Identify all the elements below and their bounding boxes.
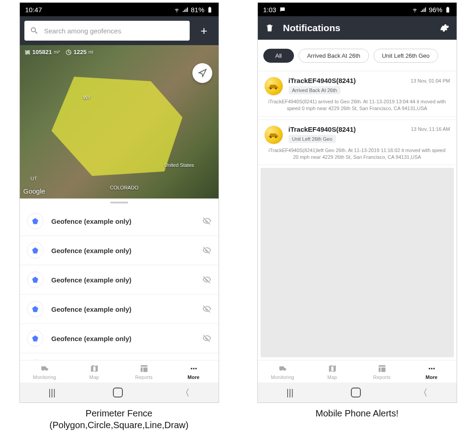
visibility-off-icon[interactable] bbox=[202, 305, 211, 314]
battery-icon bbox=[206, 6, 213, 13]
geofence-label: Geofence (example only) bbox=[51, 276, 194, 284]
notification-time: 13 Nov, 01:04 PM bbox=[411, 78, 450, 83]
tab-more[interactable]: More bbox=[407, 364, 457, 380]
signal-icon bbox=[420, 6, 427, 13]
tab-more[interactable]: More bbox=[169, 364, 219, 380]
filter-arrived[interactable]: Arrived Back At 26th bbox=[299, 49, 369, 63]
bottom-nav: Monitoring Map Reports More bbox=[258, 360, 457, 383]
area-unit: mi² bbox=[54, 50, 60, 55]
wifi-icon bbox=[411, 6, 418, 13]
map-label-us: United States bbox=[164, 162, 194, 168]
search-input[interactable] bbox=[43, 27, 184, 35]
navigate-button[interactable] bbox=[192, 63, 212, 83]
notification-tag: Arrived Back At 26th bbox=[289, 86, 341, 94]
table-icon bbox=[139, 364, 149, 373]
list-item[interactable]: Geofence (example only) bbox=[20, 324, 219, 353]
pentagon-icon bbox=[27, 213, 43, 229]
notification-description: iTrackEF4940S(8241)left Geo 26th. At 11-… bbox=[264, 147, 450, 161]
svg-marker-3 bbox=[32, 247, 38, 253]
van-icon bbox=[39, 364, 50, 373]
tab-label: Reports bbox=[135, 374, 153, 380]
caption-text: Mobile Phone Alerts! bbox=[257, 407, 457, 419]
back-button[interactable]: 〈 bbox=[181, 387, 190, 399]
filter-left[interactable]: Unit Left 26th Geo bbox=[373, 49, 439, 63]
vehicle-icon bbox=[264, 77, 283, 96]
svg-point-12 bbox=[275, 88, 276, 89]
add-geofence-button[interactable]: + bbox=[194, 21, 214, 41]
home-button[interactable] bbox=[351, 388, 361, 397]
list-item[interactable]: Geofence (example only) bbox=[20, 295, 219, 324]
system-nav: ||| 〈 bbox=[20, 383, 219, 402]
back-button[interactable]: 〈 bbox=[419, 387, 428, 399]
svg-marker-5 bbox=[32, 306, 38, 312]
perimeter-unit: mi bbox=[89, 50, 93, 55]
phone-geofences: 10:47 81% + 105821 mi² 1225 mi bbox=[19, 2, 219, 403]
tab-label: More bbox=[425, 374, 437, 380]
geofence-list[interactable]: Geofence (example only) Geofence (exampl… bbox=[20, 207, 219, 360]
drag-handle[interactable] bbox=[20, 199, 219, 207]
visibility-off-icon[interactable] bbox=[202, 334, 211, 343]
perimeter-value: 1225 bbox=[74, 49, 87, 55]
map-label-wy: WY bbox=[83, 95, 91, 100]
car-icon bbox=[268, 83, 280, 90]
home-button[interactable] bbox=[113, 388, 123, 397]
tab-monitoring[interactable]: Monitoring bbox=[258, 364, 308, 380]
list-item[interactable]: Geofence (example only) bbox=[20, 207, 219, 236]
notification-title: iTrackEF4940S(8241) bbox=[289, 125, 356, 133]
tab-map[interactable]: Map bbox=[70, 364, 119, 380]
caption-line1: Perimeter Fence bbox=[19, 407, 219, 419]
pentagon-icon bbox=[27, 242, 43, 259]
caption-line2: (Polygon,Circle,Square,Line,Draw) bbox=[19, 419, 219, 431]
svg-point-8 bbox=[191, 368, 192, 369]
map-icon bbox=[89, 364, 100, 373]
battery-icon bbox=[444, 6, 451, 13]
notification-description: iTrackEF4940S(8241) arrived to Geo 26th.… bbox=[264, 98, 450, 112]
navigation-icon bbox=[198, 69, 207, 78]
pentagon-icon bbox=[27, 330, 43, 346]
visibility-off-icon[interactable] bbox=[202, 217, 211, 226]
list-item[interactable]: Geofence (example only) bbox=[20, 265, 219, 295]
search-icon bbox=[30, 26, 39, 35]
gear-icon[interactable] bbox=[439, 23, 449, 33]
recents-button[interactable]: ||| bbox=[286, 388, 294, 398]
visibility-off-icon[interactable] bbox=[202, 246, 211, 255]
notification-card[interactable]: iTrackEF4940S(8241) 13 Nov, 11:16 AM Uni… bbox=[258, 120, 457, 166]
geofence-label: Geofence (example only) bbox=[51, 217, 194, 225]
empty-area bbox=[261, 168, 454, 357]
battery-pct: 81% bbox=[191, 6, 204, 14]
map-icon bbox=[327, 364, 338, 373]
recents-button[interactable]: ||| bbox=[48, 388, 56, 398]
geofence-label: Geofence (example only) bbox=[51, 247, 194, 254]
tab-reports[interactable]: Reports bbox=[357, 364, 407, 380]
tab-reports[interactable]: Reports bbox=[119, 364, 169, 380]
notification-card[interactable]: iTrackEF4940S(8241) 13 Nov, 01:04 PM Arr… bbox=[258, 71, 457, 117]
filter-row: All Arrived Back At 26th Unit Left 26th … bbox=[258, 40, 457, 71]
map[interactable]: 105821 mi² 1225 mi WY United States COLO… bbox=[20, 45, 219, 199]
search-box[interactable] bbox=[24, 21, 190, 41]
tab-map[interactable]: Map bbox=[308, 364, 357, 380]
table-icon bbox=[377, 364, 387, 373]
notification-tag: Unit Left 26th Geo bbox=[289, 135, 336, 143]
status-time: 10:47 bbox=[25, 6, 42, 14]
system-nav: ||| 〈 bbox=[258, 383, 457, 402]
notification-time: 13 Nov, 11:16 AM bbox=[411, 126, 450, 132]
visibility-off-icon[interactable] bbox=[202, 275, 211, 284]
car-icon bbox=[268, 131, 280, 139]
trash-icon[interactable] bbox=[265, 23, 274, 33]
tab-label: Reports bbox=[373, 374, 391, 380]
svg-marker-1 bbox=[51, 77, 182, 176]
tab-monitoring[interactable]: Monitoring bbox=[20, 364, 70, 380]
caption-right: Mobile Phone Alerts! bbox=[257, 407, 457, 419]
svg-marker-4 bbox=[32, 277, 38, 282]
svg-point-16 bbox=[431, 368, 432, 369]
list-item[interactable]: Geofence (example only) bbox=[20, 353, 219, 360]
svg-point-14 bbox=[275, 136, 276, 138]
pentagon-icon bbox=[27, 301, 43, 317]
area-value: 105821 bbox=[33, 49, 52, 55]
more-icon bbox=[426, 364, 437, 373]
map-stats: 105821 mi² 1225 mi bbox=[24, 49, 93, 55]
tab-label: Map bbox=[327, 374, 337, 380]
list-item[interactable]: Geofence (example only) bbox=[20, 236, 219, 265]
tab-label: More bbox=[187, 374, 199, 380]
filter-all[interactable]: All bbox=[263, 49, 294, 63]
